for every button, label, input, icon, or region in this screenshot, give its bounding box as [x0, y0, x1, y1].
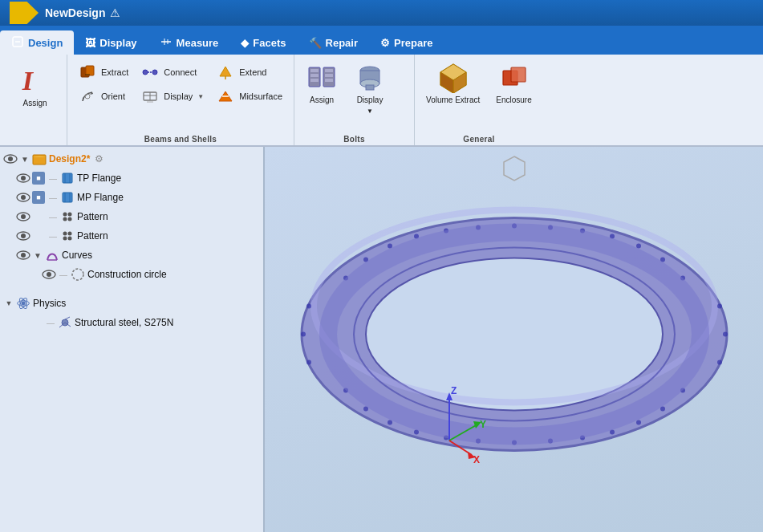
eye-icon-tp-flange[interactable] — [16, 173, 30, 184]
svg-point-95 — [723, 331, 728, 336]
svg-point-54 — [68, 213, 72, 217]
connect-icon — [141, 63, 159, 81]
svg-rect-26 — [325, 74, 333, 77]
beams-shells-section: Extract Orient — [67, 55, 294, 145]
toggle-curves[interactable]: ▼ — [32, 250, 43, 261]
bolts-assign-button[interactable]: Assign — [301, 58, 343, 108]
hex-indicator — [502, 155, 526, 185]
toggle-pattern2 — [32, 230, 45, 242]
curves-label: Curves — [62, 250, 92, 261]
beams-col1: Extract Orient — [74, 58, 133, 108]
extract-button[interactable]: Extract — [74, 61, 133, 83]
eye-icon-construction-circle[interactable] — [42, 269, 56, 280]
viewport[interactable]: Z Y X — [265, 147, 763, 532]
bolts-display-button[interactable]: Display ▼ — [349, 58, 391, 118]
enclosure-button[interactable]: Enclosure — [491, 58, 536, 108]
bolts-section: Assign Display ▼ Bolts — [294, 55, 415, 145]
tree-item-pattern1[interactable]: — Pattern — [0, 207, 263, 226]
pattern2-label: Pattern — [77, 230, 108, 242]
tab-facets[interactable]: ◆ Facets — [229, 30, 297, 55]
tree-item-pattern2[interactable]: — Pattern — [0, 226, 263, 246]
svg-point-47 — [21, 195, 26, 200]
eye-icon-pattern1[interactable] — [16, 211, 30, 222]
volume-extract-button[interactable]: Volume Extract — [421, 58, 485, 108]
connect-button[interactable]: Connect — [136, 61, 209, 83]
svg-rect-31 — [366, 85, 374, 90]
svg-rect-48 — [63, 193, 72, 202]
svg-point-62 — [68, 237, 72, 241]
tree-item-steel[interactable]: — Structural steel, S275N — [16, 313, 263, 332]
svg-line-118 — [449, 424, 477, 441]
construction-circle-label: Construction circle — [87, 269, 167, 280]
display-shells-label: Display — [164, 91, 193, 101]
midsurface-button[interactable]: Midsurface — [212, 85, 287, 108]
eye-icon-pattern2[interactable] — [16, 230, 30, 242]
toggle-tp-flange: — — [47, 173, 59, 184]
bolts-assign-label: Assign — [310, 95, 334, 105]
eye-icon-mp-flange[interactable] — [16, 192, 30, 203]
tab-repair[interactable]: 🔨 Repair — [298, 30, 369, 55]
eye-icon-design2[interactable] — [3, 153, 18, 164]
tab-display-icon: 🖼 — [85, 37, 95, 49]
svg-rect-37 — [511, 67, 526, 82]
assign-large-icon: I — [19, 64, 51, 96]
axis-indicator: Z Y X — [409, 384, 489, 468]
tree-item-design2[interactable]: ▼ Design2* ⚙ — [0, 147, 263, 169]
enclosure-icon — [498, 61, 530, 93]
beams-shells-divider — [8, 141, 62, 145]
toggle-pattern2b: — — [47, 230, 59, 242]
tab-design-label: Design — [28, 37, 63, 49]
svg-point-9 — [85, 94, 90, 99]
svg-text:I: I — [21, 65, 34, 95]
eye-icon-curves[interactable] — [16, 250, 30, 261]
svg-point-68 — [72, 269, 83, 280]
toggle-pattern1 — [32, 211, 45, 222]
svg-point-64 — [21, 253, 26, 258]
toggle-design2[interactable]: ▼ — [19, 153, 30, 164]
tab-design[interactable]: Design — [0, 30, 74, 55]
tab-design-icon — [11, 35, 24, 51]
pattern-icon2 — [60, 229, 75, 243]
general-label: General — [421, 132, 537, 145]
tab-facets-icon: ◆ — [241, 37, 249, 49]
display-shells-dropdown[interactable]: ▼ — [197, 93, 204, 100]
bolts-display-icon — [354, 61, 386, 93]
tree-item-curves[interactable]: ▼ Curves — [0, 246, 263, 265]
svg-point-110 — [306, 359, 311, 364]
orient-button[interactable]: Orient — [74, 85, 133, 108]
svg-point-55 — [63, 217, 67, 221]
svg-point-91 — [636, 243, 641, 248]
mp-flange-label: MP Flange — [77, 192, 124, 203]
assign-large-button[interactable]: I Assign — [11, 61, 59, 112]
tab-facets-label: Facets — [253, 37, 286, 49]
app-logo — [10, 2, 39, 24]
tab-prepare[interactable]: ⚙ Prepare — [369, 30, 444, 55]
extend-icon — [217, 63, 234, 81]
display-shells-button[interactable]: Display ▼ — [136, 85, 209, 108]
extract-label: Extract — [101, 67, 128, 77]
assign-section: I Assign — [3, 55, 67, 145]
bolts-display-dropdown[interactable]: ▼ — [367, 108, 373, 115]
svg-point-10 — [143, 70, 148, 75]
extend-button[interactable]: Extend — [212, 61, 287, 83]
svg-rect-23 — [310, 79, 319, 82]
svg-point-69 — [22, 302, 26, 306]
toggle-physics[interactable]: ▼ — [3, 298, 14, 309]
toggle-pattern1b: — — [47, 211, 59, 222]
indicator-mp-flange: ■ — [32, 191, 45, 204]
general-section: Volume Extract Enclosure General — [415, 55, 543, 145]
tree-item-mp-flange[interactable]: ■ — MP Flange — [0, 188, 263, 207]
material-icon — [58, 315, 72, 330]
tab-repair-label: Repair — [326, 37, 358, 49]
toggle-circle: — — [58, 269, 69, 280]
tab-display[interactable]: 🖼 Display — [74, 30, 148, 55]
ribbon-toolbar: I Assign Extra — [0, 55, 763, 147]
tree-item-construction-circle[interactable]: — Construction circle — [0, 265, 263, 284]
tree-item-physics[interactable]: ▼ Physics — [0, 294, 263, 313]
tree-item-tp-flange[interactable]: ■ — TP Flange — [0, 169, 263, 188]
warning-icon: ⚠ — [110, 6, 120, 19]
tab-measure[interactable]: Measure — [148, 30, 230, 55]
svg-point-99 — [636, 420, 641, 424]
svg-text:Y: Y — [480, 419, 486, 430]
volume-extract-label: Volume Extract — [426, 95, 480, 105]
